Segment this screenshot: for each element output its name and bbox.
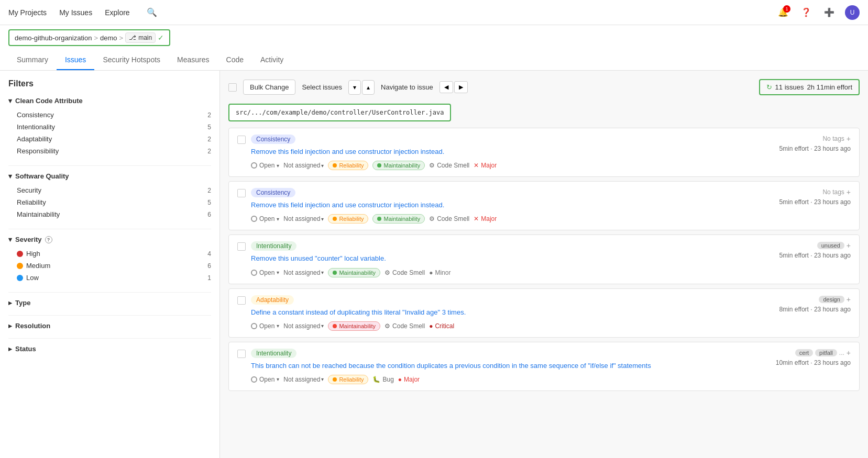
search-icon[interactable]: 🔍: [147, 7, 157, 17]
issue-5-tag-pitfall[interactable]: pitfall: [815, 349, 837, 356]
filter-maintainability[interactable]: Maintainability 6: [8, 208, 211, 220]
issue-1-title[interactable]: Remove this field injection and use cons…: [251, 147, 762, 157]
project-org[interactable]: demo-github-organization: [15, 34, 92, 42]
severity-low-left: Low: [17, 274, 39, 282]
issue-5-attribute[interactable]: Intentionality: [251, 349, 296, 358]
issue-2-tag-maintainability[interactable]: Maintainability: [372, 214, 425, 224]
issue-2-attribute[interactable]: Consistency: [251, 188, 295, 197]
issue-4-title[interactable]: Define a constant instead of duplicating…: [251, 308, 762, 317]
issue-1-tag-maintainability[interactable]: Maintainability: [372, 161, 425, 170]
issue-1-dot-sep: ·: [810, 145, 814, 152]
filter-reliability[interactable]: Reliability 5: [8, 196, 211, 208]
issue-1-status[interactable]: Open ▾: [251, 162, 279, 169]
software-quality-header[interactable]: ▾ Software Quality: [8, 172, 211, 180]
issue-5-checkbox[interactable]: [237, 350, 246, 358]
filter-low[interactable]: Low 1: [8, 272, 211, 284]
issue-4-add-tag[interactable]: +: [847, 295, 851, 304]
issue-2-title[interactable]: Remove this field injection and use cons…: [251, 200, 762, 210]
severity-header[interactable]: ▾ Severity ?: [8, 236, 211, 243]
status-header[interactable]: ▸ Status: [8, 345, 211, 353]
tab-issues[interactable]: Issues: [57, 50, 94, 70]
issue-3-tag-maintainability[interactable]: Maintainability: [328, 268, 380, 277]
issue-2-assignee[interactable]: Not assigned ▾: [283, 215, 324, 222]
issue-4-type-icon: ⚙: [384, 322, 390, 330]
add-icon[interactable]: ➕: [822, 5, 837, 20]
tab-activity[interactable]: Activity: [252, 50, 292, 70]
issue-2-status-chevron: ▾: [277, 216, 279, 222]
issue-2-status[interactable]: Open ▾: [251, 215, 279, 222]
issue-4-checkbox[interactable]: [237, 296, 246, 305]
issue-5-add-tag[interactable]: +: [847, 349, 851, 357]
issue-5-assignee[interactable]: Not assigned ▾: [283, 376, 324, 383]
issue-4-time-ago: 23 hours ago: [814, 306, 851, 313]
issue-4-tag-maintainability[interactable]: Maintainability: [328, 321, 380, 331]
path-separator-1: >: [94, 34, 98, 42]
issue-3-title[interactable]: Remove this unused "counter" local varia…: [251, 254, 762, 263]
select-issues-down[interactable]: ▾: [348, 80, 361, 95]
issues-toolbar: Bulk Change Select issues ▾ ▴ Navigate t…: [228, 79, 860, 95]
issue-3-assignee[interactable]: Not assigned ▾: [283, 269, 324, 276]
filter-medium[interactable]: Medium 6: [8, 260, 211, 272]
bulk-change-button[interactable]: Bulk Change: [243, 80, 295, 95]
issue-3-checkbox[interactable]: [237, 242, 246, 251]
issue-1-assignee[interactable]: Not assigned ▾: [283, 162, 324, 169]
help-icon[interactable]: ❓: [799, 5, 814, 20]
nav-explore[interactable]: Explore: [105, 8, 129, 17]
filter-high[interactable]: High 4: [8, 248, 211, 260]
issue-2-checkbox[interactable]: [237, 189, 246, 197]
select-issues-up[interactable]: ▴: [362, 80, 375, 95]
issue-5-status[interactable]: Open ▾: [251, 376, 279, 383]
avatar[interactable]: U: [845, 5, 860, 20]
issue-card-3: Intentionality Remove this unused "count…: [228, 234, 860, 284]
issue-5-tag-cert[interactable]: cert: [795, 349, 813, 356]
issue-1-time-ago: 23 hours ago: [814, 145, 851, 152]
filter-consistency[interactable]: Consistency 2: [8, 109, 211, 121]
notification-icon[interactable]: 🔔 1: [776, 5, 790, 20]
tab-measures[interactable]: Measures: [169, 50, 217, 70]
issue-4-tags-area: design +: [819, 295, 851, 304]
issue-4-assignee[interactable]: Not assigned ▾: [283, 322, 324, 330]
filter-adaptability[interactable]: Adaptability 2: [8, 133, 211, 145]
issue-5-more-tags[interactable]: ...: [839, 349, 844, 356]
issue-1-reliability-dot: [333, 163, 337, 167]
tab-summary[interactable]: Summary: [8, 50, 57, 70]
issue-4-attribute[interactable]: Adaptability: [251, 295, 294, 305]
issue-2-add-tag[interactable]: +: [847, 188, 851, 196]
nav-my-projects[interactable]: My Projects: [8, 8, 47, 17]
issue-1-status-label: Open: [259, 162, 274, 169]
issue-1-checkbox[interactable]: [237, 136, 246, 144]
issue-4-tag-design[interactable]: design: [819, 296, 844, 303]
project-repo[interactable]: demo: [100, 34, 117, 42]
filter-responsibility[interactable]: Responsibility 2: [8, 145, 211, 157]
resolution-header[interactable]: ▸ Resolution: [8, 322, 211, 330]
file-path-bar[interactable]: src/.../com/example/demo/controller/User…: [228, 104, 451, 121]
tab-security-hotspots[interactable]: Security Hotspots: [94, 50, 169, 70]
issue-1-tag-reliability[interactable]: Reliability: [328, 161, 368, 170]
issue-1-attribute[interactable]: Consistency: [251, 135, 295, 144]
issue-3-attribute[interactable]: Intentionality: [251, 241, 296, 251]
issues-summary-badge: ↻ 11 issues 2h 11min effort: [759, 79, 860, 95]
severity-help-icon[interactable]: ?: [45, 236, 52, 243]
issue-3-add-tag[interactable]: +: [847, 241, 851, 250]
filter-security[interactable]: Security 2: [8, 184, 211, 196]
nav-my-issues[interactable]: My Issues: [59, 8, 92, 17]
issue-3-tag-unused[interactable]: unused: [817, 242, 844, 249]
issue-3-status[interactable]: Open ▾: [251, 269, 279, 276]
issue-2-tag-reliability[interactable]: Reliability: [328, 214, 368, 224]
clean-code-attribute-header[interactable]: ▾ Clean Code Attribute: [8, 97, 211, 105]
issue-2-severity-icon: ✕: [474, 215, 479, 222]
issue-1-add-tag[interactable]: +: [847, 135, 851, 143]
select-all-checkbox[interactable]: [228, 83, 237, 92]
issue-2-reliability-label: Reliability: [339, 216, 364, 222]
tab-code[interactable]: Code: [218, 50, 252, 70]
filter-intentionality[interactable]: Intentionality 5: [8, 121, 211, 133]
navigate-prev[interactable]: ◀: [440, 81, 453, 93]
issue-5-title[interactable]: This branch can not be reached because t…: [251, 361, 762, 371]
navigate-next[interactable]: ▶: [454, 81, 468, 93]
issue-4-status-circle: [251, 323, 257, 329]
branch-selector[interactable]: ⎇ main: [125, 32, 156, 43]
issue-2-effort-value: 5min effort: [779, 198, 808, 206]
type-header[interactable]: ▸ Type: [8, 299, 211, 307]
issue-5-tag-reliability[interactable]: Reliability: [328, 375, 368, 384]
issue-4-status[interactable]: Open ▾: [251, 322, 279, 330]
